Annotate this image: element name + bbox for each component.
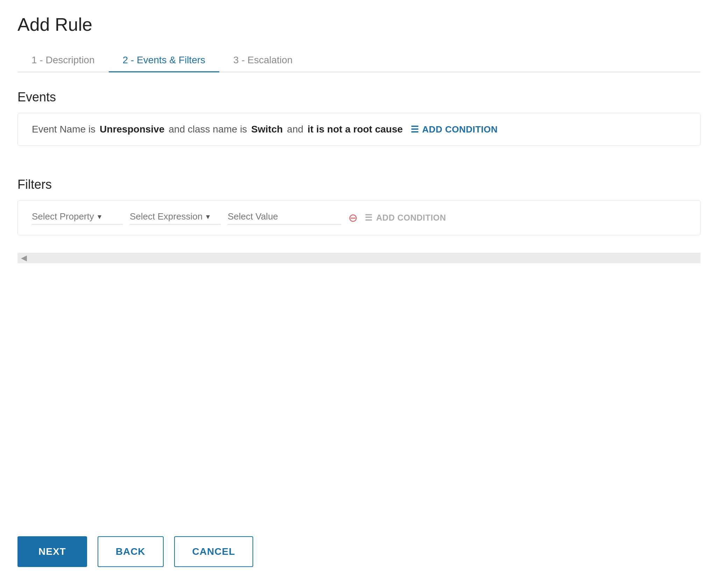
- filters-panel: Select Property ▾ Select Expression ▾ ⊖ …: [17, 200, 701, 235]
- filters-add-condition-label: ADD CONDITION: [376, 213, 446, 223]
- scroll-hint-bar: ◀: [17, 253, 701, 263]
- cancel-button[interactable]: CANCEL: [174, 536, 254, 567]
- add-condition-icon: ☰: [411, 124, 419, 135]
- event-condition-3-value: it is not a root cause: [307, 124, 403, 135]
- filters-section: Filters Select Property ▾ Select Express…: [17, 177, 701, 235]
- select-expression-dropdown[interactable]: Select Expression ▾: [130, 211, 221, 224]
- tab-escalation[interactable]: 3 - Escalation: [219, 49, 307, 72]
- tab-events-filters[interactable]: 2 - Events & Filters: [109, 49, 220, 72]
- events-add-condition-button[interactable]: ☰ ADD CONDITION: [411, 124, 498, 135]
- event-condition-2-value: Switch: [251, 124, 283, 135]
- filters-add-condition-button[interactable]: ☰ ADD CONDITION: [365, 213, 446, 223]
- filter-add-condition-icon: ☰: [365, 213, 373, 223]
- event-condition-3-prefix: and: [287, 124, 304, 135]
- select-property-chevron-icon: ▾: [98, 212, 101, 221]
- filters-section-title: Filters: [17, 177, 701, 192]
- bottom-buttons-bar: NEXT BACK CANCEL: [17, 522, 701, 567]
- select-expression-label: Select Expression: [130, 211, 202, 222]
- events-section-title: Events: [17, 90, 701, 105]
- events-add-condition-label: ADD CONDITION: [422, 124, 498, 135]
- event-condition-1-prefix: Event Name is: [32, 124, 95, 135]
- remove-circle-icon: ⊖: [348, 211, 358, 224]
- select-property-dropdown[interactable]: Select Property ▾: [32, 211, 123, 224]
- event-condition-2-prefix: and class name is: [169, 124, 247, 135]
- remove-condition-button[interactable]: ⊖: [348, 211, 358, 224]
- next-button[interactable]: NEXT: [17, 536, 87, 567]
- scroll-left-arrow-icon: ◀: [21, 253, 27, 263]
- select-property-label: Select Property: [32, 211, 94, 222]
- tabs-nav: 1 - Description 2 - Events & Filters 3 -…: [17, 49, 701, 72]
- select-value-input[interactable]: [228, 211, 341, 224]
- event-condition-1-value: Unresponsive: [100, 124, 164, 135]
- events-section: Events Event Name is Unresponsive and cl…: [17, 90, 701, 163]
- content-spacer: [17, 263, 701, 522]
- events-panel: Event Name is Unresponsive and class nam…: [17, 113, 701, 146]
- select-expression-chevron-icon: ▾: [206, 212, 210, 221]
- tab-description[interactable]: 1 - Description: [17, 49, 109, 72]
- page-title: Add Rule: [17, 14, 701, 35]
- back-button[interactable]: BACK: [98, 536, 164, 567]
